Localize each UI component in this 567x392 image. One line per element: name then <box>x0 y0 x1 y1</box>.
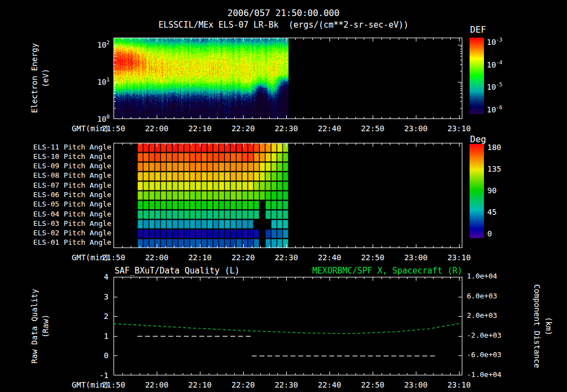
x-tick-label: 22:20 <box>224 380 262 389</box>
line-plot-canvas <box>114 277 462 375</box>
bottom-panel-right-title: MEXORBMC/SPF X, Spacecraft (R) <box>241 266 462 276</box>
pitch-angle-canvas <box>114 143 462 248</box>
quality-y-axis-label: Raw Data Quality <box>30 289 39 364</box>
plot-page: 2006/057 21:50:00.000 ELSSCIL/MEx ELS-07… <box>0 0 567 392</box>
x-tick-label: 23:00 <box>396 124 435 133</box>
plot-timestamp-title: 2006/057 21:50:00.000 <box>0 8 567 18</box>
pitch-row-label: ELS-11 Pitch Angle <box>8 143 111 152</box>
y-tick-label: 100 <box>82 114 110 123</box>
pitch-row-label: ELS-02 Pitch Angle <box>8 229 111 238</box>
x-tick-label: 22:50 <box>353 124 392 133</box>
pitch-row-label: ELS-09 Pitch Angle <box>8 162 111 171</box>
spectrogram-canvas <box>114 38 462 119</box>
x-axis-title: GMT(min) <box>47 253 109 262</box>
colorbar-tick-label: 10-5 <box>487 82 518 91</box>
distance-y-axis-units: (km) <box>544 317 553 336</box>
x-tick-label: 22:10 <box>181 253 219 262</box>
pitch-row-label: ELS-10 Pitch Angle <box>8 153 111 161</box>
x-tick-label: 22:30 <box>267 253 306 262</box>
x-tick-label: 22:30 <box>267 124 306 133</box>
x-tick-label: 23:10 <box>440 380 478 389</box>
flux-colorbar <box>470 38 484 114</box>
pitch-row-label: ELS-03 Pitch Angle <box>8 220 111 228</box>
quality-y-axis-units: (Raw) <box>41 314 50 338</box>
y-tick-label: 6.0e+03 <box>467 292 511 301</box>
colorbar-deg-title: Deg <box>470 135 486 145</box>
x-tick-label: 22:00 <box>137 124 176 133</box>
distance-y-axis-label: Component Distance <box>533 284 542 368</box>
spectrogram-y-axis-label: Electron Energy <box>30 43 39 113</box>
x-tick-label: 23:10 <box>440 124 478 133</box>
x-tick-label: 22:00 <box>137 253 176 262</box>
colorbar-tick-label: 135 <box>487 164 512 173</box>
x-axis-title: GMT(min) <box>47 124 109 133</box>
x-tick-label: 22:50 <box>353 380 392 389</box>
y-tick-label: 3 <box>83 292 109 301</box>
y-tick-label: -1.0e+04 <box>467 371 511 379</box>
x-tick-label: 22:30 <box>267 380 306 389</box>
y-tick-label: 102 <box>82 40 110 49</box>
pitch-row-label: ELS-08 Pitch Angle <box>8 172 111 180</box>
colorbar-def-title: DEF <box>470 25 486 35</box>
pitch-row-label: ELS-07 Pitch Angle <box>8 182 111 190</box>
y-tick-label: -6.0e+03 <box>467 351 511 359</box>
x-tick-label: 23:00 <box>396 253 435 262</box>
x-tick-label: 22:10 <box>181 124 219 133</box>
degree-colorbar <box>470 144 484 238</box>
x-tick-label: 23:10 <box>440 253 478 262</box>
y-tick-label: 4 <box>83 272 109 281</box>
pitch-row-label: ELS-04 Pitch Angle <box>8 210 111 219</box>
y-tick-label: 101 <box>82 77 110 86</box>
spectrogram-y-axis-units: (eV) <box>41 69 50 87</box>
colorbar-tick-label: 90 <box>487 186 512 195</box>
y-tick-label: -2.0e+03 <box>467 332 511 340</box>
colorbar-tick-label: 45 <box>487 208 512 216</box>
colorbar-tick-label: 10-3 <box>487 37 518 47</box>
colorbar-tick-label: 180 <box>487 143 512 152</box>
x-tick-label: 22:50 <box>353 253 392 262</box>
colorbar-tick-label: 10-4 <box>487 60 518 69</box>
y-tick-label: 1 <box>83 332 109 341</box>
x-tick-label: 22:10 <box>181 380 219 389</box>
y-tick-label: 0 <box>83 351 109 360</box>
x-tick-label: 22:40 <box>310 380 349 389</box>
x-tick-label: 22:00 <box>137 380 176 389</box>
pitch-row-label: ELS-01 Pitch Angle <box>8 239 111 247</box>
y-tick-label: -1 <box>83 371 109 380</box>
x-tick-label: 22:40 <box>310 124 349 133</box>
colorbar-tick-label: 0 <box>487 229 512 238</box>
x-tick-label: 22:20 <box>224 124 262 133</box>
pitch-row-label: ELS-06 Pitch Angle <box>8 191 111 199</box>
y-tick-label: 2 <box>83 312 109 321</box>
pitch-row-label: ELS-05 Pitch Angle <box>8 200 111 209</box>
x-tick-label: 22:40 <box>310 253 349 262</box>
y-tick-label: 1.0e+04 <box>467 272 511 281</box>
x-axis-title: GMT(min) <box>47 380 109 389</box>
bottom-panel-left-title: SAF_BXuT/Data Quality (L) <box>115 266 240 276</box>
colorbar-tick-label: 10-6 <box>487 105 518 114</box>
x-tick-label: 22:20 <box>224 253 262 262</box>
y-tick-label: 2.0e+03 <box>467 312 511 320</box>
x-tick-label: 23:00 <box>396 380 435 389</box>
